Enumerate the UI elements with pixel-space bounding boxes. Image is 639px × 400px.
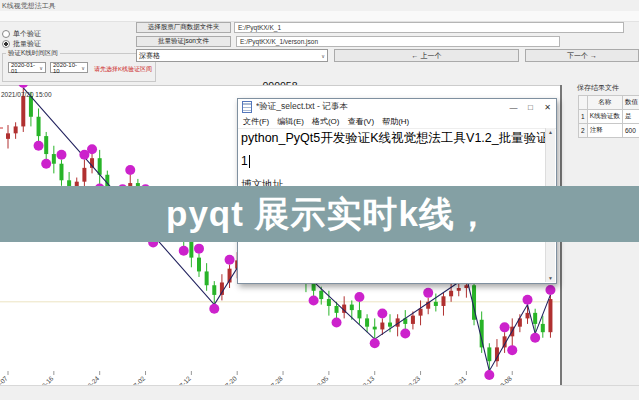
scroll-up-icon[interactable]: ▲ — [546, 129, 555, 135]
notepad-menubar: 文件(F) 编辑(E) 格式(O) 查看(V) 帮助(H) — [238, 115, 556, 129]
radio-batch-verify[interactable]: 批量验证 — [2, 39, 41, 49]
maximize-button[interactable]: □ — [522, 103, 539, 112]
menu-format[interactable]: 格式(O) — [312, 116, 340, 127]
cell-name[interactable]: K线验证数 — [587, 110, 622, 124]
window-title: K线视觉想法工具 — [2, 1, 56, 11]
text-caret — [249, 155, 250, 168]
table-row: 1 K线验证数 是 — [579, 110, 639, 124]
radio-label: 单个验证 — [13, 29, 41, 39]
notepad-icon — [242, 101, 252, 113]
menu-strip — [0, 11, 639, 22]
radio-icon — [2, 40, 10, 48]
cell-value[interactable]: 是 — [622, 110, 639, 124]
menu-help[interactable]: 帮助(H) — [382, 116, 409, 127]
next-button[interactable]: 下一个 → — [525, 49, 639, 62]
notepad-line2: 1 — [241, 154, 543, 168]
stock-select[interactable]: 深赛格 ∨ — [136, 49, 328, 62]
json-path-input[interactable]: E:/PyqtKX/K_1/verson.json — [236, 36, 560, 47]
notepad-line1: python_PyQt5开发验证K线视觉想法工具V1.2_批量验证 — [241, 130, 543, 147]
result-table[interactable]: 名称 数值 1 K线验证数 是 2 注释 600 — [578, 95, 639, 138]
banner-text: pyqt 展示实时k线， — [166, 191, 491, 238]
app-window: K线视觉想法工具 单个验证 批量验证 验证K线时间区间 2020-01-01 ∨… — [0, 0, 639, 400]
col-name: 名称 — [587, 96, 622, 110]
notepad-title: *验证_select.txt - 记事本 — [256, 101, 505, 113]
scroll-down-icon[interactable]: ▼ — [546, 275, 555, 281]
svg-text:2021/07/20 15:00: 2021/07/20 15:00 — [1, 91, 52, 98]
radio-icon — [2, 30, 10, 38]
close-button[interactable]: ✕ — [539, 103, 556, 112]
table-header-row: 名称 数值 — [579, 96, 639, 110]
chevron-down-icon: ∨ — [81, 65, 85, 71]
menu-view[interactable]: 查看(V) — [347, 116, 374, 127]
prev-button[interactable]: ← 上一个 — [334, 49, 519, 62]
start-date-select[interactable]: 2020-01-01 ∨ — [8, 62, 46, 73]
cell-value[interactable]: 600 — [622, 124, 639, 138]
time-range-group-title: 验证K线时间区间 — [6, 49, 60, 58]
menu-edit[interactable]: 编辑(E) — [277, 116, 304, 127]
minimize-button[interactable]: — — [505, 103, 522, 112]
menu-file[interactable]: 文件(F) — [243, 116, 269, 127]
choose-data-folder-button[interactable]: 选择股票厂商数据文件夹 — [136, 22, 231, 33]
col-value: 数值 — [622, 96, 639, 110]
cell-name[interactable]: 注释 — [587, 124, 622, 138]
range-warning-text: 请先选择K线验证区间 — [94, 65, 152, 74]
sidebar-title: 保存结果文件 — [577, 83, 619, 93]
status-bar — [0, 385, 639, 400]
table-row: 2 注释 600 — [579, 124, 639, 138]
data-folder-path-input[interactable]: E:/PyqtKX/K_1 — [234, 22, 624, 33]
notepad-titlebar[interactable]: *验证_select.txt - 记事本 — □ ✕ — [238, 99, 556, 115]
banner: pyqt 展示实时k线， — [0, 186, 639, 242]
chevron-down-icon: ∨ — [321, 53, 325, 59]
chevron-down-icon: ∨ — [39, 65, 43, 71]
batch-json-button[interactable]: 批量验证json文件 — [136, 36, 231, 47]
radio-single-verify[interactable]: 单个验证 — [2, 29, 41, 39]
end-date-select[interactable]: 2020-10-10 ∨ — [50, 62, 88, 73]
radio-label: 批量验证 — [13, 39, 41, 49]
